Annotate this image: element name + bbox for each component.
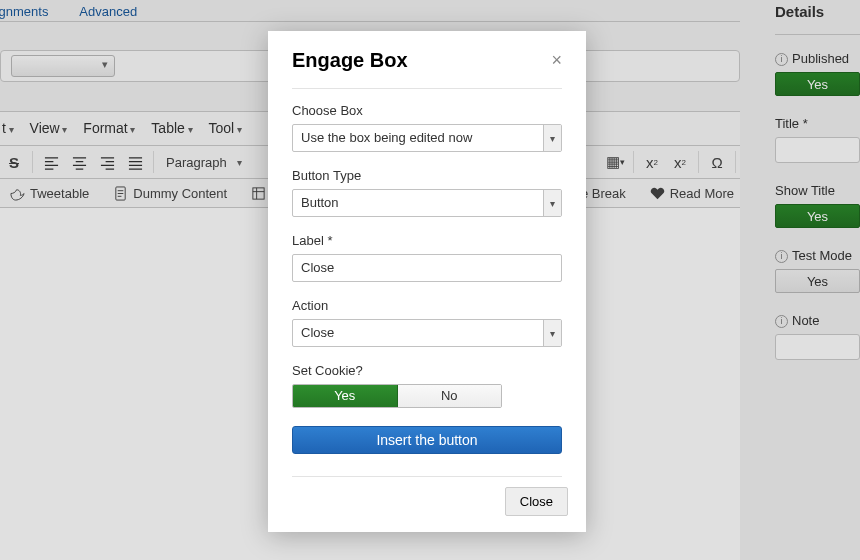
set-cookie-toggle[interactable]: Yes No [292,384,502,408]
chevron-down-icon: ▾ [543,320,561,346]
label-input[interactable]: Close [292,254,562,282]
chevron-down-icon: ▾ [543,125,561,151]
chevron-down-icon: ▾ [543,190,561,216]
cookie-no-option[interactable]: No [398,385,502,407]
choose-box-label: Choose Box [292,103,562,118]
modal-title: Engage Box [292,49,408,72]
cookie-yes-option[interactable]: Yes [293,385,398,407]
label-field-label: Label * [292,233,562,248]
button-type-label: Button Type [292,168,562,183]
insert-button[interactable]: Insert the button [292,426,562,454]
action-select[interactable]: Close ▾ [292,319,562,347]
engage-box-modal: Engage Box × Choose Box Use the box bein… [268,31,586,532]
action-label: Action [292,298,562,313]
set-cookie-label: Set Cookie? [292,363,562,378]
button-type-select[interactable]: Button ▾ [292,189,562,217]
choose-box-select[interactable]: Use the box being edited now ▾ [292,124,562,152]
close-button[interactable]: Close [505,487,568,516]
close-icon[interactable]: × [551,50,562,71]
